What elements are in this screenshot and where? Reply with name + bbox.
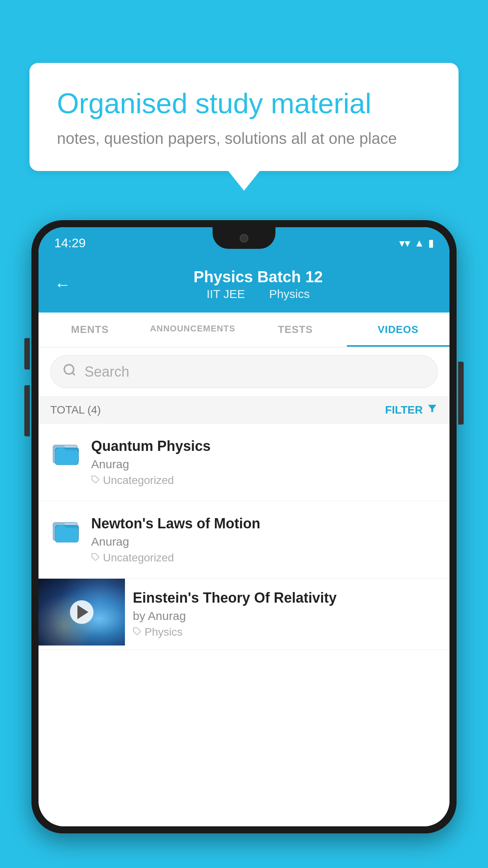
phone-screen: 14:29 ▾▾ ▲ ▮ ← Physics Batch 12	[39, 227, 449, 826]
content-list: Quantum Physics Anurag Uncategorized	[39, 424, 449, 826]
play-button[interactable]	[70, 600, 94, 624]
header-titles: Physics Batch 12 IIT JEE Physics	[83, 268, 434, 301]
side-btn-volume-down	[24, 385, 30, 436]
item-tag-3: Physics	[133, 626, 442, 638]
tag-text-3: Physics	[145, 626, 182, 638]
header-main-title: Physics Batch 12	[193, 268, 323, 286]
total-count: TOTAL (4)	[50, 404, 101, 416]
header-subtitle: IIT JEE Physics	[201, 287, 316, 301]
search-box[interactable]: Search	[50, 355, 438, 388]
header-subtitle-right: Physics	[269, 287, 310, 300]
tag-icon-3	[133, 626, 141, 638]
item-folder-icon-1	[50, 438, 82, 465]
tag-text-1: Uncategorized	[103, 474, 174, 487]
app-header: ← Physics Batch 12 IIT JEE Physics	[39, 259, 449, 313]
list-item-thumb[interactable]: Einstein's Theory Of Relativity by Anura…	[39, 579, 449, 650]
search-icon	[62, 363, 77, 381]
status-time: 14:29	[54, 236, 86, 250]
search-input[interactable]: Search	[84, 364, 129, 380]
filter-button[interactable]: FILTER	[385, 403, 438, 417]
status-icons: ▾▾ ▲ ▮	[399, 237, 434, 250]
item-tag-1: Uncategorized	[91, 474, 438, 487]
item-title-1: Quantum Physics	[91, 438, 438, 454]
item-thumbnail-3	[39, 579, 125, 645]
svg-line-1	[72, 373, 75, 375]
tag-icon-1	[91, 474, 100, 487]
filter-label: FILTER	[385, 404, 423, 416]
tab-videos[interactable]: VIDEOS	[347, 313, 450, 347]
tabs-bar: MENTS ANNOUNCEMENTS TESTS VIDEOS	[39, 313, 449, 348]
list-item[interactable]: Quantum Physics Anurag Uncategorized	[39, 424, 449, 501]
header-subtitle-left: IIT JEE	[207, 287, 245, 300]
tag-text-2: Uncategorized	[103, 552, 174, 564]
tag-icon-2	[91, 552, 100, 564]
speech-bubble-arrow	[228, 171, 260, 191]
speech-bubble-subtitle: notes, question papers, solutions all at…	[57, 130, 431, 147]
list-item[interactable]: Newton's Laws of Motion Anurag Uncategor…	[39, 501, 449, 579]
item-folder-icon-2	[50, 515, 82, 542]
filter-icon	[427, 403, 438, 417]
wifi-icon: ▾▾	[399, 237, 410, 250]
side-btn-volume-up	[24, 338, 30, 370]
signal-icon: ▲	[414, 237, 424, 249]
speech-bubble-title: Organised study material	[57, 86, 431, 120]
item-author-2: Anurag	[91, 535, 438, 548]
back-button[interactable]: ←	[54, 275, 71, 294]
camera-dot	[240, 234, 248, 243]
play-icon	[77, 605, 88, 619]
search-container: Search	[39, 348, 449, 396]
item-author-3: by Anurag	[133, 609, 442, 623]
battery-icon: ▮	[428, 237, 434, 249]
svg-marker-2	[428, 405, 437, 412]
item-content-1: Quantum Physics Anurag Uncategorized	[91, 438, 438, 487]
tab-announcements[interactable]: ANNOUNCEMENTS	[141, 313, 244, 347]
phone-wrapper: 14:29 ▾▾ ▲ ▮ ← Physics Batch 12	[31, 220, 457, 868]
tab-tests[interactable]: TESTS	[244, 313, 347, 347]
item-author-1: Anurag	[91, 458, 438, 471]
item-title-3: Einstein's Theory Of Relativity	[133, 590, 442, 606]
svg-point-0	[64, 365, 74, 374]
tab-ments[interactable]: MENTS	[39, 313, 141, 347]
phone-outer: 14:29 ▾▾ ▲ ▮ ← Physics Batch 12	[31, 220, 457, 833]
item-content-3: Einstein's Theory Of Relativity by Anura…	[125, 579, 449, 649]
speech-bubble: Organised study material notes, question…	[29, 63, 459, 171]
side-btn-power	[458, 362, 464, 425]
status-bar: 14:29 ▾▾ ▲ ▮	[39, 227, 449, 259]
notch	[213, 227, 275, 249]
item-title-2: Newton's Laws of Motion	[91, 515, 438, 532]
speech-bubble-container: Organised study material notes, question…	[29, 63, 459, 191]
item-tag-2: Uncategorized	[91, 552, 438, 564]
item-content-2: Newton's Laws of Motion Anurag Uncategor…	[91, 515, 438, 564]
filter-row: TOTAL (4) FILTER	[39, 396, 449, 424]
